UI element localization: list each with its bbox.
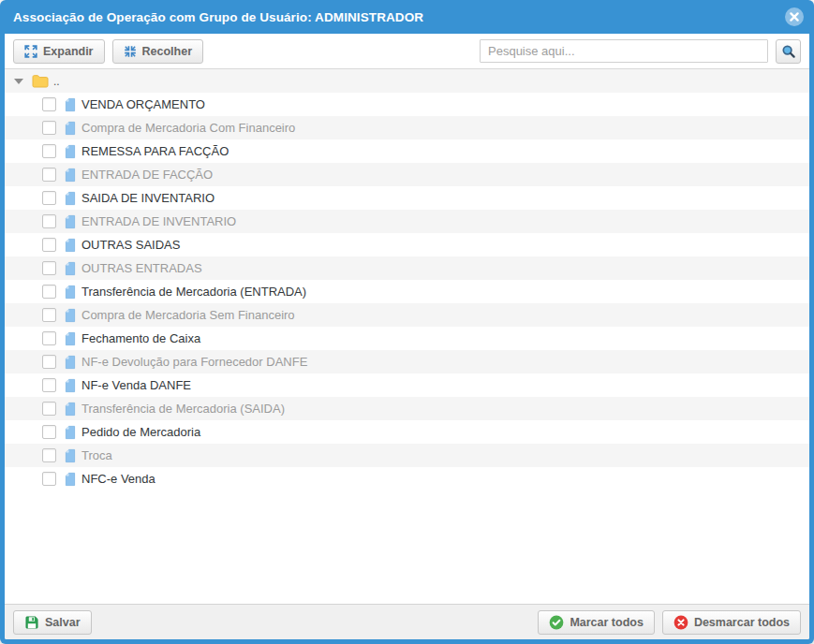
footer-toolbar: Salvar Marcar todos: [5, 604, 809, 639]
tree-item-label: OUTRAS ENTRADAS: [81, 261, 202, 275]
dialog-title: Associação de Operação com Grupo de Usuá…: [13, 10, 784, 24]
tree-item-label: OUTRAS SAIDAS: [81, 238, 180, 252]
tree-item-label: Fechamento de Caixa: [81, 331, 200, 345]
tree-row[interactable]: Transferência de Mercadoria (ENTRADA): [5, 280, 809, 303]
row-checkbox[interactable]: [42, 121, 56, 135]
row-checkbox[interactable]: [42, 331, 56, 345]
document-icon: [63, 238, 78, 253]
document-icon: [63, 402, 78, 417]
tree-row[interactable]: Fechamento de Caixa: [5, 327, 809, 350]
document-icon: [63, 144, 78, 159]
save-label: Salvar: [45, 616, 81, 629]
document-icon: [63, 308, 78, 323]
row-checkbox[interactable]: [42, 238, 56, 252]
document-icon: [63, 121, 78, 136]
save-button[interactable]: Salvar: [13, 610, 92, 635]
row-checkbox[interactable]: [42, 285, 56, 299]
document-icon: [63, 191, 78, 206]
row-checkbox[interactable]: [42, 448, 56, 462]
tree-row[interactable]: Troca: [5, 444, 809, 467]
tree-row[interactable]: VENDA ORÇAMENTO: [5, 93, 809, 116]
tree-row[interactable]: Compra de Mercadoria Sem Financeiro: [5, 303, 809, 327]
close-icon: [784, 7, 805, 27]
row-checkbox[interactable]: [42, 168, 56, 182]
tree-row[interactable]: REMESSA PARA FACÇÃO: [5, 139, 809, 163]
tree-row[interactable]: Compra de Mercadoria Com Financeiro: [5, 116, 809, 139]
tree-item-label: Compra de Mercadoria Sem Financeiro: [81, 308, 295, 322]
tree-item-label: NF-e Venda DANFE: [81, 378, 191, 392]
tree-item-label: ENTRADA DE INVENTARIO: [81, 214, 236, 228]
collapse-icon: [124, 45, 137, 58]
row-checkbox[interactable]: [42, 261, 56, 275]
row-checkbox[interactable]: [42, 355, 56, 369]
tree-row[interactable]: NF-e Devolução para Fornecedor DANFE: [5, 350, 809, 373]
search-input[interactable]: [480, 39, 768, 63]
tree-item-label: Troca: [81, 448, 112, 462]
document-icon: [63, 285, 78, 300]
row-checkbox[interactable]: [42, 191, 56, 205]
floppy-disk-icon: [24, 615, 39, 630]
row-checkbox[interactable]: [42, 97, 56, 111]
tree-row[interactable]: OUTRAS SAIDAS: [5, 233, 809, 256]
tree-expander-icon[interactable]: [14, 79, 23, 84]
tree-row[interactable]: NFC-e Venda: [5, 467, 809, 490]
tree-row[interactable]: OUTRAS ENTRADAS: [5, 256, 809, 280]
folder-icon: [32, 74, 49, 88]
operation-tree: .. VENDA ORÇAMENTO Compra de Mercadoria …: [5, 69, 809, 604]
dialog-titlebar: Associação de Operação com Grupo de Usuá…: [0, 0, 814, 34]
cross-circle-icon: [673, 615, 688, 630]
dialog-window: Associação de Operação com Grupo de Usuá…: [0, 0, 814, 644]
tree-item-label: Transferência de Mercadoria (SAIDA): [81, 402, 285, 416]
tree-item-label: NFC-e Venda: [81, 472, 155, 486]
tree-row[interactable]: Pedido de Mercadoria: [5, 420, 809, 444]
document-icon: [63, 472, 78, 487]
expand-icon: [24, 45, 37, 58]
document-icon: [63, 448, 78, 463]
tree-root-label: ..: [53, 75, 60, 88]
close-button[interactable]: [784, 7, 805, 27]
search-button[interactable]: [776, 39, 801, 64]
check-circle-icon: [549, 615, 564, 630]
document-icon: [63, 168, 78, 183]
tree-item-label: NF-e Devolução para Fornecedor DANFE: [81, 355, 307, 369]
row-checkbox[interactable]: [42, 425, 56, 439]
tree-item-label: Pedido de Mercadoria: [81, 425, 200, 439]
tree-row[interactable]: Transferência de Mercadoria (SAIDA): [5, 397, 809, 420]
dialog-body: Expandir Recolher: [5, 34, 809, 639]
footer-right-group: Marcar todos Desmarcar todos: [538, 610, 801, 635]
row-checkbox[interactable]: [42, 472, 56, 486]
row-checkbox[interactable]: [42, 308, 56, 322]
search-icon: [781, 44, 796, 59]
tree-item-label: Compra de Mercadoria Com Financeiro: [81, 121, 295, 135]
tree-row[interactable]: ENTRADA DE FACÇÃO: [5, 163, 809, 186]
check-all-button[interactable]: Marcar todos: [538, 610, 655, 635]
uncheck-all-button[interactable]: Desmarcar todos: [662, 610, 801, 635]
row-checkbox[interactable]: [42, 214, 56, 228]
tree-rows: VENDA ORÇAMENTO Compra de Mercadoria Com…: [5, 93, 809, 490]
document-icon: [63, 97, 78, 112]
tree-row[interactable]: NF-e Venda DANFE: [5, 373, 809, 397]
expand-all-button[interactable]: Expandir: [13, 39, 105, 64]
tree-item-label: REMESSA PARA FACÇÃO: [81, 144, 229, 158]
document-icon: [63, 355, 78, 370]
uncheck-all-label: Desmarcar todos: [694, 616, 790, 629]
tree-item-label: SAIDA DE INVENTARIO: [81, 191, 215, 205]
tree-item-label: ENTRADA DE FACÇÃO: [81, 168, 213, 182]
tree-root-row[interactable]: ..: [5, 69, 809, 93]
toolbar: Expandir Recolher: [5, 34, 809, 69]
tree-row[interactable]: ENTRADA DE INVENTARIO: [5, 210, 809, 233]
tree-row[interactable]: SAIDA DE INVENTARIO: [5, 186, 809, 210]
document-icon: [63, 378, 78, 393]
collapse-all-button[interactable]: Recolher: [112, 39, 204, 64]
document-icon: [63, 425, 78, 440]
collapse-all-label: Recolher: [142, 45, 193, 58]
row-checkbox[interactable]: [42, 144, 56, 158]
check-all-label: Marcar todos: [570, 616, 644, 629]
document-icon: [63, 261, 78, 276]
tree-item-label: VENDA ORÇAMENTO: [81, 97, 205, 111]
document-icon: [63, 214, 78, 229]
row-checkbox[interactable]: [42, 402, 56, 416]
expand-all-label: Expandir: [43, 45, 94, 58]
row-checkbox[interactable]: [42, 378, 56, 392]
document-icon: [63, 331, 78, 346]
